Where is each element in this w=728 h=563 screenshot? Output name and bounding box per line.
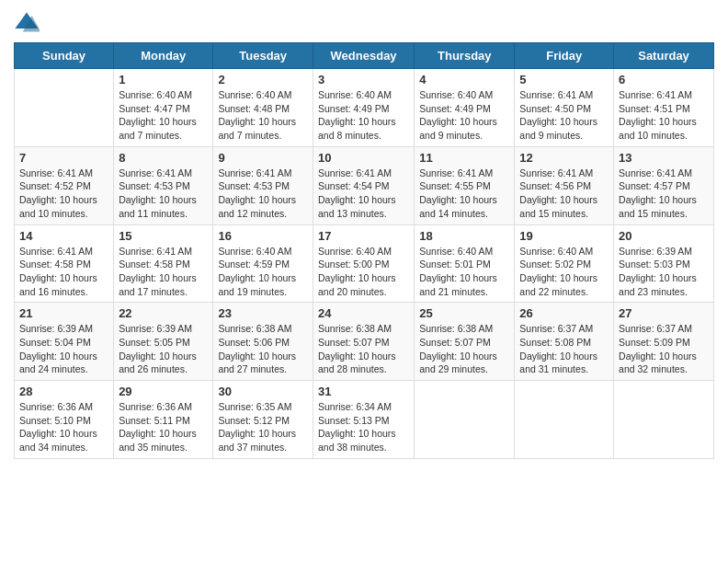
week-row-1: 1Sunrise: 6:40 AM Sunset: 4:47 PM Daylig… — [15, 69, 714, 147]
day-info: Sunrise: 6:39 AM Sunset: 5:04 PM Dayligh… — [19, 322, 108, 376]
calendar-cell: 1Sunrise: 6:40 AM Sunset: 4:47 PM Daylig… — [114, 69, 213, 147]
day-info: Sunrise: 6:41 AM Sunset: 4:55 PM Dayligh… — [419, 167, 509, 221]
week-row-3: 14Sunrise: 6:41 AM Sunset: 4:58 PM Dayli… — [15, 224, 714, 303]
day-number: 6 — [619, 73, 709, 86]
day-info: Sunrise: 6:40 AM Sunset: 4:59 PM Dayligh… — [218, 245, 308, 299]
day-number: 1 — [119, 73, 208, 86]
calendar-cell: 19Sunrise: 6:40 AM Sunset: 5:02 PM Dayli… — [515, 224, 614, 303]
day-number: 22 — [119, 306, 208, 320]
day-info: Sunrise: 6:37 AM Sunset: 5:08 PM Dayligh… — [519, 322, 609, 376]
day-info: Sunrise: 6:34 AM Sunset: 5:13 PM Dayligh… — [318, 400, 409, 454]
day-number: 24 — [318, 306, 409, 320]
day-info: Sunrise: 6:37 AM Sunset: 5:09 PM Dayligh… — [619, 322, 709, 376]
calendar-cell: 25Sunrise: 6:38 AM Sunset: 5:07 PM Dayli… — [415, 303, 515, 381]
day-number: 13 — [619, 151, 709, 165]
calendar-cell: 5Sunrise: 6:41 AM Sunset: 4:50 PM Daylig… — [515, 69, 614, 147]
day-info: Sunrise: 6:38 AM Sunset: 5:07 PM Dayligh… — [419, 322, 509, 376]
calendar-cell: 2Sunrise: 6:40 AM Sunset: 4:48 PM Daylig… — [213, 69, 313, 147]
calendar-cell: 31Sunrise: 6:34 AM Sunset: 5:13 PM Dayli… — [313, 381, 414, 459]
day-info: Sunrise: 6:40 AM Sunset: 4:49 PM Dayligh… — [318, 88, 409, 143]
day-info: Sunrise: 6:39 AM Sunset: 5:05 PM Dayligh… — [119, 322, 208, 376]
col-header-sunday: Sunday — [15, 43, 114, 69]
day-number: 17 — [318, 229, 409, 243]
day-info: Sunrise: 6:36 AM Sunset: 5:10 PM Dayligh… — [19, 400, 108, 454]
calendar-cell: 14Sunrise: 6:41 AM Sunset: 4:58 PM Dayli… — [15, 224, 114, 303]
calendar-cell: 20Sunrise: 6:39 AM Sunset: 5:03 PM Dayli… — [614, 224, 714, 303]
day-info: Sunrise: 6:41 AM Sunset: 4:53 PM Dayligh… — [119, 167, 208, 221]
day-number: 9 — [218, 151, 308, 165]
calendar-cell: 18Sunrise: 6:40 AM Sunset: 5:01 PM Dayli… — [415, 224, 515, 303]
calendar-cell: 24Sunrise: 6:38 AM Sunset: 5:07 PM Dayli… — [313, 303, 414, 381]
calendar-cell: 29Sunrise: 6:36 AM Sunset: 5:11 PM Dayli… — [114, 381, 213, 459]
calendar-cell — [415, 381, 515, 459]
day-info: Sunrise: 6:40 AM Sunset: 4:49 PM Dayligh… — [419, 88, 509, 143]
calendar-cell: 22Sunrise: 6:39 AM Sunset: 5:05 PM Dayli… — [114, 303, 213, 381]
day-number: 18 — [419, 229, 509, 243]
day-info: Sunrise: 6:41 AM Sunset: 4:57 PM Dayligh… — [619, 167, 709, 221]
calendar-cell: 30Sunrise: 6:35 AM Sunset: 5:12 PM Dayli… — [213, 381, 313, 459]
day-number: 3 — [318, 73, 409, 86]
day-info: Sunrise: 6:41 AM Sunset: 4:53 PM Dayligh… — [218, 167, 308, 221]
day-number: 23 — [218, 306, 308, 320]
calendar-cell: 7Sunrise: 6:41 AM Sunset: 4:52 PM Daylig… — [15, 146, 114, 224]
calendar-cell: 12Sunrise: 6:41 AM Sunset: 4:56 PM Dayli… — [515, 146, 614, 224]
calendar-cell: 13Sunrise: 6:41 AM Sunset: 4:57 PM Dayli… — [614, 146, 714, 224]
day-number: 10 — [318, 151, 409, 165]
page: SundayMondayTuesdayWednesdayThursdayFrid… — [0, 0, 728, 563]
day-info: Sunrise: 6:41 AM Sunset: 4:50 PM Dayligh… — [519, 88, 609, 143]
day-info: Sunrise: 6:41 AM Sunset: 4:54 PM Dayligh… — [318, 167, 409, 221]
logo — [14, 9, 43, 35]
col-header-friday: Friday — [515, 43, 614, 69]
calendar-cell: 8Sunrise: 6:41 AM Sunset: 4:53 PM Daylig… — [114, 146, 213, 224]
day-number: 15 — [119, 229, 208, 243]
day-info: Sunrise: 6:38 AM Sunset: 5:06 PM Dayligh… — [218, 322, 308, 376]
col-header-thursday: Thursday — [415, 43, 515, 69]
calendar-cell: 4Sunrise: 6:40 AM Sunset: 4:49 PM Daylig… — [415, 69, 515, 147]
calendar-cell: 17Sunrise: 6:40 AM Sunset: 5:00 PM Dayli… — [313, 224, 414, 303]
calendar-cell: 10Sunrise: 6:41 AM Sunset: 4:54 PM Dayli… — [313, 146, 414, 224]
day-info: Sunrise: 6:41 AM Sunset: 4:52 PM Dayligh… — [19, 167, 108, 221]
logo-icon — [14, 9, 40, 35]
day-number: 31 — [318, 385, 409, 398]
calendar-cell: 16Sunrise: 6:40 AM Sunset: 4:59 PM Dayli… — [213, 224, 313, 303]
calendar-cell: 6Sunrise: 6:41 AM Sunset: 4:51 PM Daylig… — [614, 69, 714, 147]
day-info: Sunrise: 6:40 AM Sunset: 4:47 PM Dayligh… — [119, 88, 208, 143]
calendar-cell — [15, 69, 114, 147]
day-number: 28 — [19, 385, 108, 398]
calendar-cell: 28Sunrise: 6:36 AM Sunset: 5:10 PM Dayli… — [15, 381, 114, 459]
day-info: Sunrise: 6:40 AM Sunset: 5:01 PM Dayligh… — [419, 245, 509, 299]
day-info: Sunrise: 6:41 AM Sunset: 4:58 PM Dayligh… — [119, 245, 208, 299]
day-number: 26 — [519, 306, 609, 320]
day-number: 7 — [19, 151, 108, 165]
col-header-wednesday: Wednesday — [313, 43, 414, 69]
day-info: Sunrise: 6:40 AM Sunset: 5:00 PM Dayligh… — [318, 245, 409, 299]
day-number: 2 — [218, 73, 308, 86]
col-header-saturday: Saturday — [614, 43, 714, 69]
day-info: Sunrise: 6:41 AM Sunset: 4:51 PM Dayligh… — [619, 88, 709, 143]
header — [14, 9, 714, 35]
day-number: 11 — [419, 151, 509, 165]
calendar-cell — [614, 381, 714, 459]
day-number: 19 — [519, 229, 609, 243]
calendar-cell — [515, 381, 614, 459]
day-number: 21 — [19, 306, 108, 320]
week-row-4: 21Sunrise: 6:39 AM Sunset: 5:04 PM Dayli… — [15, 303, 714, 381]
calendar-cell: 9Sunrise: 6:41 AM Sunset: 4:53 PM Daylig… — [213, 146, 313, 224]
calendar-table: SundayMondayTuesdayWednesdayThursdayFrid… — [14, 42, 714, 459]
calendar-header-row: SundayMondayTuesdayWednesdayThursdayFrid… — [15, 43, 714, 69]
calendar-cell: 27Sunrise: 6:37 AM Sunset: 5:09 PM Dayli… — [614, 303, 714, 381]
day-info: Sunrise: 6:40 AM Sunset: 5:02 PM Dayligh… — [519, 245, 609, 299]
day-number: 4 — [419, 73, 509, 86]
day-info: Sunrise: 6:35 AM Sunset: 5:12 PM Dayligh… — [218, 400, 308, 454]
day-info: Sunrise: 6:39 AM Sunset: 5:03 PM Dayligh… — [619, 245, 709, 299]
col-header-tuesday: Tuesday — [213, 43, 313, 69]
day-number: 27 — [619, 306, 709, 320]
day-number: 12 — [519, 151, 609, 165]
calendar-cell: 26Sunrise: 6:37 AM Sunset: 5:08 PM Dayli… — [515, 303, 614, 381]
day-info: Sunrise: 6:41 AM Sunset: 4:56 PM Dayligh… — [519, 167, 609, 221]
day-info: Sunrise: 6:38 AM Sunset: 5:07 PM Dayligh… — [318, 322, 409, 376]
calendar-cell: 15Sunrise: 6:41 AM Sunset: 4:58 PM Dayli… — [114, 224, 213, 303]
day-number: 30 — [218, 385, 308, 398]
calendar-cell: 11Sunrise: 6:41 AM Sunset: 4:55 PM Dayli… — [415, 146, 515, 224]
week-row-2: 7Sunrise: 6:41 AM Sunset: 4:52 PM Daylig… — [15, 146, 714, 224]
